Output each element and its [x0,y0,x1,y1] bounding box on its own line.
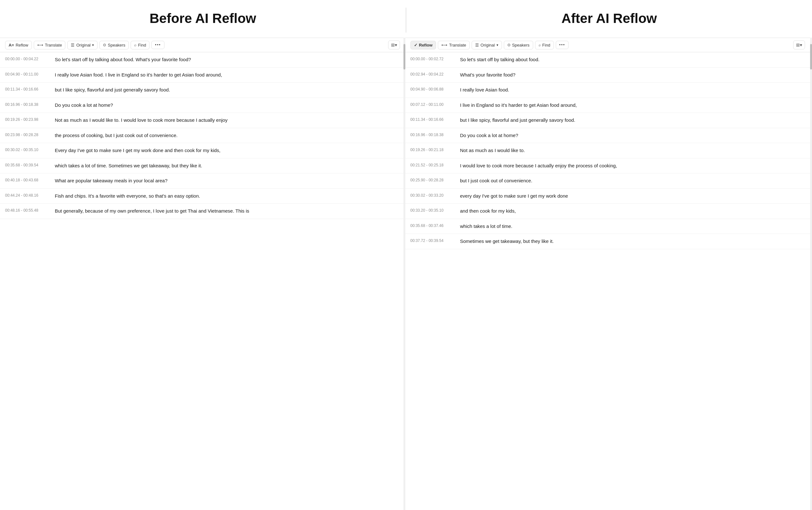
original-icon-2: ☰ [475,43,479,48]
table-row: 00:21.52 - 00:25.18 I would love to cook… [405,159,810,174]
table-row: 00:07.12 - 00:11.00 I live in England so… [405,98,810,113]
table-row: 00:33.20 - 00:35.10 and then cook for my… [405,204,810,219]
timestamp: 00:11.34 - 00:16.66 [410,117,455,122]
header-row: Before AI Reflow After AI Reflow [0,0,812,38]
transcript-text: I really love Asian food. I live in Engl… [55,72,400,79]
chevron-down-icon: ▾ [92,43,94,47]
timestamp: 00:21.52 - 00:25.18 [410,162,455,167]
transcript-text: Not as much as I would like to. I would … [55,117,400,124]
after-toolbar: ✓ Reflow ⟷ Translate ☰ Original ▾ ⊙ Spea… [405,38,810,52]
table-row: 00:48.16 - 00:55.48 But generally, becau… [0,204,405,219]
after-speakers-label: Speakers [512,43,530,48]
after-reflow-label: Reflow [419,43,433,48]
before-title: Before AI Reflow [0,8,406,32]
transcript-text: What are popular takeaway meals in your … [55,177,400,185]
transcript-text: Fish and chips. It's a favorite with eve… [55,193,400,200]
timestamp: 00:04.90 - 00:11.00 [5,72,50,77]
transcript-text: Do you cook a lot at home? [460,132,805,139]
timestamp: 00:19.26 - 00:23.98 [5,117,50,122]
page: Before AI Reflow After AI Reflow A≡ Refl… [0,0,812,510]
transcript-text: What's your favorite food? [460,72,805,79]
after-layout-btn[interactable]: ⊞▾ [793,40,805,49]
before-find-label: Find [138,43,146,48]
table-row: 00:35.68 - 00:39.54 which takes a lot of… [0,159,405,174]
transcript-text: which takes a lot of time. Sometimes we … [55,162,400,170]
before-find-btn[interactable]: ⌕ Find [130,41,149,49]
before-reflow-label: Reflow [16,43,28,48]
timestamp: 00:04.90 - 00:06.88 [410,86,455,91]
before-original-btn[interactable]: ☰ Original ▾ [67,41,97,49]
transcript-text: and then cook for my kids, [460,207,805,215]
timestamp: 00:00.00 - 00:04.22 [5,56,50,61]
after-speakers-btn[interactable]: ⊙ Speakers [504,41,533,49]
before-original-label: Original [76,43,90,48]
before-layout-btn[interactable]: ⊞▾ [388,40,400,49]
before-speakers-btn[interactable]: ⊙ Speakers [99,41,129,49]
table-row: 00:00.00 - 00:04.22 So let's start off b… [0,52,405,67]
table-row: 00:11.34 - 00:16.66 but I like spicy, fl… [0,83,405,98]
after-column: ✓ Reflow ⟷ Translate ☰ Original ▾ ⊙ Spea… [405,38,810,510]
before-reflow-btn[interactable]: A≡ Reflow [5,41,32,49]
column-divider [405,38,405,510]
before-speakers-label: Speakers [108,43,125,48]
after-translate-btn[interactable]: ⟷ Translate [438,41,470,49]
before-more-btn[interactable]: ••• [151,41,165,49]
table-row: 00:04.90 - 00:11.00 I really love Asian … [0,67,405,83]
after-find-btn[interactable]: ⌕ Find [535,41,554,49]
transcript-text: But generally, because of my own prefere… [55,207,400,215]
table-row: 00:40.18 - 00:43.68 What are popular tak… [0,173,405,189]
before-scrollbar-track[interactable] [403,38,405,510]
table-row: 00:00.00 - 00:02.72 So let's start off b… [405,52,810,67]
timestamp: 00:44.24 - 00:48.16 [5,193,50,198]
transcript-text: I would love to cook more because I actu… [460,162,805,170]
speakers-icon-2: ⊙ [508,43,511,47]
timestamp: 00:40.18 - 00:43.68 [5,177,50,182]
table-row: 00:19.26 - 00:23.98 Not as much as I wou… [0,113,405,128]
table-row: 00:16.96 - 00:18.38 Do you cook a lot at… [405,128,810,143]
after-original-label: Original [481,43,495,48]
after-reflow-btn[interactable]: ✓ Reflow [410,41,436,49]
table-row: 00:44.24 - 00:48.16 Fish and chips. It's… [0,189,405,204]
find-icon: ⌕ [134,43,136,47]
table-row: 00:23.98 - 00:28.28 the process of cooki… [0,128,405,143]
original-icon: ☰ [71,43,75,48]
more-icon: ••• [155,43,161,47]
before-toolbar: A≡ Reflow ⟷ Translate ☰ Original ▾ ⊙ Spe… [0,38,405,52]
find-icon-2: ⌕ [539,43,541,47]
timestamp: 00:30.02 - 00:33.20 [410,193,455,198]
table-row: 00:11.34 - 00:16.66 but I like spicy, fl… [405,113,810,128]
transcript-text: but I just cook out of convenience. [460,177,805,185]
columns-container: A≡ Reflow ⟷ Translate ☰ Original ▾ ⊙ Spe… [0,38,812,510]
transcript-text: Sometimes we get takeaway, but they like… [460,238,805,245]
timestamp: 00:02.94 - 00:04.22 [410,72,455,77]
after-more-btn[interactable]: ••• [556,41,569,49]
table-row: 00:37.72 - 00:39.54 Sometimes we get tak… [405,234,810,249]
timestamp: 00:16.96 - 00:18.38 [5,102,50,107]
transcript-text: So let's start off by talking about food… [460,56,805,63]
timestamp: 00:11.34 - 00:16.66 [5,86,50,91]
translate-icon-2: ⟷ [441,43,447,48]
transcript-text: Do you cook a lot at home? [55,102,400,109]
table-row: 00:30.02 - 00:33.20 every day I've got t… [405,189,810,204]
timestamp: 00:35.68 - 00:37.46 [410,223,455,228]
timestamp: 00:48.16 - 00:55.48 [5,207,50,213]
after-scrollbar-track[interactable] [810,38,812,510]
chevron-down-icon-2: ▾ [496,43,498,47]
transcript-text: which takes a lot of time. [460,223,805,230]
timestamp: 00:37.72 - 00:39.54 [410,238,455,243]
table-row: 00:04.90 - 00:06.88 I really love Asian … [405,83,810,98]
timestamp: 00:35.68 - 00:39.54 [5,162,50,167]
transcript-text: Not as much as I would like to. [460,147,805,154]
transcript-text: Every day I've got to make sure I get my… [55,147,400,154]
after-scrollbar-thumb[interactable] [810,44,812,69]
timestamp: 00:23.98 - 00:28.28 [5,132,50,137]
transcript-text: So let's start off by talking about food… [55,56,400,63]
before-translate-label: Translate [45,43,62,48]
after-original-btn[interactable]: ☰ Original ▾ [472,41,502,49]
transcript-text: but I like spicy, flavorful and just gen… [55,86,400,94]
before-translate-btn[interactable]: ⟷ Translate [34,41,66,49]
table-row: 00:16.96 - 00:18.38 Do you cook a lot at… [0,98,405,113]
table-row: 00:35.68 - 00:37.46 which takes a lot of… [405,219,810,234]
timestamp: 00:33.20 - 00:35.10 [410,207,455,213]
timestamp: 00:19.26 - 00:21.18 [410,147,455,152]
